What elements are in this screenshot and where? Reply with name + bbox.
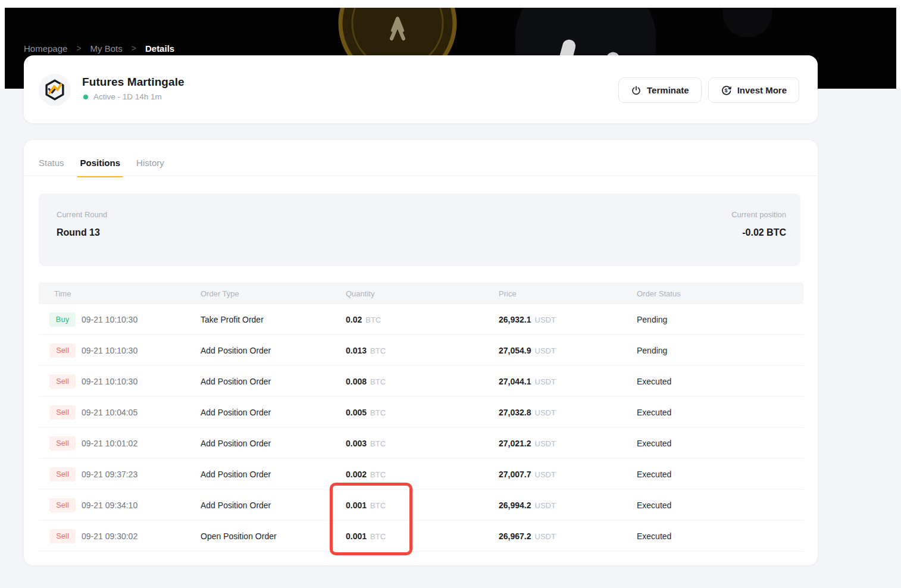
order-quantity: 0.013BTC <box>346 345 499 356</box>
price-value: 26,994.2 <box>499 501 531 510</box>
side-badge: Sell <box>49 374 76 389</box>
side-badge: Sell <box>49 405 76 420</box>
table-row: Sell 09-21 10:10:30 Add Position Order 0… <box>39 366 803 397</box>
price-value: 26,967.2 <box>499 531 531 541</box>
table-row: Buy 09-21 10:10:30 Take Profit Order 0.0… <box>39 304 803 335</box>
bot-title: Futures Martingale <box>82 76 184 89</box>
quantity-unit: BTC <box>370 408 386 417</box>
side-badge: Sell <box>49 498 76 512</box>
order-type: Add Position Order <box>201 408 346 417</box>
order-quantity: 0.008BTC <box>346 376 499 387</box>
order-quantity: 0.001BTC <box>346 531 499 542</box>
quantity-unit: BTC <box>370 377 386 386</box>
quantity-value: 0.003 <box>346 439 367 448</box>
terminate-button-label: Terminate <box>647 85 689 95</box>
order-time: 09-21 10:10:30 <box>82 315 137 324</box>
quantity-unit: BTC <box>370 532 386 541</box>
order-type: Add Position Order <box>201 470 346 479</box>
price-unit: USDT <box>535 470 556 479</box>
martingale-hexagon-icon <box>42 77 67 102</box>
order-status: Executed <box>637 531 803 541</box>
order-quantity: 0.005BTC <box>346 407 499 418</box>
breadcrumb-homepage[interactable]: Homepage <box>24 43 67 54</box>
order-status: Executed <box>637 408 803 417</box>
side-badge: Buy <box>49 312 76 327</box>
order-time: 09-21 09:30:02 <box>82 531 137 541</box>
order-price: 26,932.1USDT <box>499 314 637 325</box>
price-unit: USDT <box>535 439 556 448</box>
column-header-price: Price <box>499 289 637 298</box>
order-type: Take Profit Order <box>201 315 346 324</box>
current-round-label: Current Round <box>57 210 107 219</box>
quantity-unit: BTC <box>370 501 386 510</box>
order-price: 27,044.1USDT <box>499 376 637 387</box>
tab-status-label: Status <box>39 158 64 168</box>
order-status: Pending <box>637 346 803 355</box>
order-time: 09-21 10:10:30 <box>82 346 137 355</box>
order-time: 09-21 09:37:23 <box>82 470 137 479</box>
order-status: Executed <box>637 501 803 510</box>
price-value: 27,007.7 <box>499 470 531 479</box>
svg-text:$: $ <box>724 87 727 93</box>
table-row: Sell 09-21 10:10:30 Add Position Order 0… <box>39 335 803 366</box>
order-type: Open Position Order <box>201 531 346 541</box>
price-value: 27,054.9 <box>499 346 531 355</box>
side-badge: Sell <box>49 343 76 358</box>
order-price: 26,967.2USDT <box>499 531 637 542</box>
table-row: Sell 09-21 10:01:02 Add Position Order 0… <box>39 428 803 459</box>
table-row: Sell 09-21 10:04:05 Add Position Order 0… <box>39 397 803 428</box>
quantity-value: 0.013 <box>346 346 367 355</box>
order-time: 09-21 10:04:05 <box>82 408 137 417</box>
price-value: 26,932.1 <box>499 315 531 324</box>
column-header-order-status: Order Status <box>637 289 803 298</box>
side-badge: Sell <box>49 436 76 451</box>
tab-positions-label: Positions <box>80 158 121 168</box>
current-round-panel: Current Round Round 13 Current position … <box>39 193 800 266</box>
order-type: Add Position Order <box>201 377 346 386</box>
breadcrumb-separator-icon: > <box>76 43 81 53</box>
order-price: 27,021.2USDT <box>499 438 637 449</box>
price-value: 27,021.2 <box>499 439 531 448</box>
tabs-divider <box>24 176 818 176</box>
bot-status-text: Active - 1D 14h 1m <box>93 92 162 101</box>
quantity-value: 0.001 <box>346 501 367 510</box>
table-row: Sell 09-21 09:37:23 Add Position Order 0… <box>39 459 803 490</box>
price-unit: USDT <box>535 501 556 510</box>
order-status: Executed <box>637 439 803 448</box>
invest-dollar-icon: $ <box>721 85 732 96</box>
terminate-button[interactable]: Terminate <box>618 77 702 103</box>
column-header-order-type: Order Type <box>201 289 346 298</box>
column-header-quantity: Quantity <box>346 289 499 298</box>
header-actions: Terminate $ Invest More <box>618 77 799 103</box>
table-row: Sell 09-21 09:30:02 Open Position Order … <box>39 521 803 552</box>
quantity-unit: BTC <box>370 346 386 355</box>
order-quantity: 0.002BTC <box>346 469 499 480</box>
current-position-value: -0.02 BTC <box>731 227 786 238</box>
column-header-time: Time <box>39 289 201 298</box>
quantity-unit: BTC <box>370 439 386 448</box>
price-unit: USDT <box>535 346 556 355</box>
order-quantity: 0.02BTC <box>346 314 499 325</box>
breadcrumb-separator-icon: > <box>132 43 136 53</box>
order-price: 27,032.8USDT <box>499 407 637 418</box>
quantity-value: 0.02 <box>346 315 362 324</box>
bot-detail-card: Status Positions History Current Round R… <box>24 140 818 565</box>
order-status: Executed <box>637 377 803 386</box>
tab-history-label: History <box>136 158 164 168</box>
price-value: 27,044.1 <box>499 377 531 386</box>
table-header-row: Time Order Type Quantity Price Order Sta… <box>39 283 803 304</box>
quantity-unit: BTC <box>365 315 381 324</box>
order-status: Pending <box>637 315 803 324</box>
order-price: 26,994.2USDT <box>499 500 637 511</box>
price-unit: USDT <box>535 408 556 417</box>
breadcrumb-details: Details <box>145 43 174 54</box>
current-round-value: Round 13 <box>57 227 107 238</box>
price-unit: USDT <box>535 315 556 324</box>
order-time: 09-21 09:34:10 <box>82 501 137 510</box>
orders-table: Time Order Type Quantity Price Order Sta… <box>39 283 803 552</box>
order-status: Executed <box>637 470 803 479</box>
quantity-value: 0.002 <box>346 470 367 479</box>
invest-more-button[interactable]: $ Invest More <box>708 77 799 103</box>
order-price: 27,007.7USDT <box>499 469 637 480</box>
breadcrumb-my-bots[interactable]: My Bots <box>90 43 123 54</box>
